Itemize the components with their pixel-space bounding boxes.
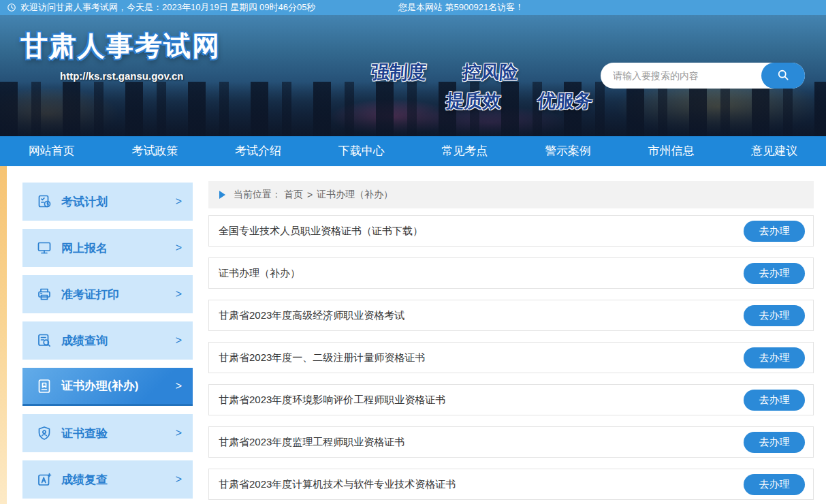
go-handle-button[interactable]: 去办理 bbox=[744, 390, 805, 411]
top-info-bar: 欢迎访问甘肃人事考试网，今天是：2023年10月19日 星期四 09时46分05… bbox=[0, 0, 826, 15]
chevron-right-icon: > bbox=[176, 380, 182, 392]
go-handle-button[interactable]: 去办理 bbox=[744, 347, 805, 368]
a-plus-icon bbox=[36, 471, 52, 488]
chevron-right-icon: > bbox=[176, 427, 182, 439]
service-row-3: 甘肃省2023年度高级经济师职业资格考试去办理 bbox=[208, 300, 814, 331]
site-logo[interactable]: 甘肃人事考试网 http://ks.rst.gansu.gov.cn bbox=[20, 27, 221, 82]
slogan-line-1: 强制度 控风险 bbox=[370, 60, 519, 84]
service-list: 全国专业技术人员职业资格证书（证书下载）去办理证书办理（补办）去办理甘肃省202… bbox=[208, 215, 814, 500]
monitor-icon bbox=[36, 240, 52, 256]
nav-item-5[interactable]: 常见考点 bbox=[413, 136, 517, 166]
site-url: http://ks.rst.gansu.gov.cn bbox=[60, 70, 221, 82]
sidebar-item-4[interactable]: 成绩查询> bbox=[22, 321, 193, 360]
visitor-count-text: 您是本网站 第5900921名访客！ bbox=[398, 1, 524, 14]
go-handle-button[interactable]: 去办理 bbox=[744, 221, 805, 242]
go-handle-button[interactable]: 去办理 bbox=[744, 474, 805, 495]
service-row-5: 甘肃省2023年度环境影响评价工程师职业资格证书去办理 bbox=[208, 384, 814, 415]
chevron-right-icon: > bbox=[176, 288, 182, 300]
go-handle-button[interactable]: 去办理 bbox=[744, 305, 805, 326]
sidebar-item-5[interactable]: 证书办理(补办)> bbox=[22, 368, 193, 406]
search-icon bbox=[776, 68, 790, 84]
chevron-right-icon: > bbox=[176, 242, 182, 254]
printer-icon bbox=[36, 286, 52, 302]
score-search-icon bbox=[36, 332, 52, 349]
welcome-text: 欢迎访问甘肃人事考试网，今天是：2023年10月19日 星期四 09时46分05… bbox=[20, 1, 315, 14]
service-row-7: 甘肃省2023年度计算机技术与软件专业技术资格证书去办理 bbox=[208, 469, 814, 500]
sidebar-item-1[interactable]: 考试计划> bbox=[22, 183, 193, 221]
breadcrumb-arrow-icon bbox=[219, 191, 225, 199]
slogan-line-2: 提质效 优服务 bbox=[445, 89, 594, 113]
go-handle-button[interactable]: 去办理 bbox=[744, 432, 805, 453]
sidebar-item-label: 证书查验 bbox=[61, 426, 176, 441]
sidebar-item-label: 成绩查询 bbox=[61, 333, 176, 349]
sidebar-item-7[interactable]: 成绩复查> bbox=[22, 460, 193, 499]
left-accent-strip bbox=[0, 166, 7, 504]
service-title: 甘肃省2023年度环境影响评价工程师职业资格证书 bbox=[219, 394, 744, 407]
nav-item-4[interactable]: 下载中心 bbox=[310, 136, 413, 166]
main-content: 当前位置： 首页 > 证书办理（补办） 全国专业技术人员职业资格证书（证书下载）… bbox=[208, 181, 814, 504]
service-title: 甘肃省2023年度高级经济师职业资格考试 bbox=[219, 309, 744, 322]
sidebar-item-3[interactable]: 准考证打印> bbox=[22, 275, 193, 313]
breadcrumb-current: 证书办理（补办） bbox=[317, 189, 393, 201]
service-row-6: 甘肃省2023年度监理工程师职业资格证书去办理 bbox=[208, 426, 814, 458]
chevron-right-icon: > bbox=[176, 195, 182, 208]
breadcrumb: 当前位置： 首页 > 证书办理（补办） bbox=[208, 181, 814, 208]
search-button[interactable] bbox=[761, 63, 805, 89]
service-title: 甘肃省2023年度监理工程师职业资格证书 bbox=[219, 436, 744, 449]
sidebar-item-label: 网上报名 bbox=[61, 240, 176, 256]
sidebar-item-label: 成绩复查 bbox=[61, 472, 176, 488]
service-row-2: 证书办理（补办）去办理 bbox=[208, 257, 814, 289]
breadcrumb-separator: > bbox=[307, 189, 313, 200]
breadcrumb-home-link[interactable]: 首页 bbox=[284, 189, 303, 201]
sidebar-item-label: 考试计划 bbox=[61, 194, 176, 210]
site-header: 甘肃人事考试网 http://ks.rst.gansu.gov.cn 强制度 控… bbox=[0, 15, 826, 136]
shield-check-icon bbox=[36, 425, 52, 441]
main-nav: 网站首页考试政策考试介绍下载中心常见考点警示案例市州信息意见建议 bbox=[0, 136, 826, 166]
certificate-icon bbox=[36, 378, 52, 394]
sidebar-item-label: 准考证打印 bbox=[61, 287, 176, 302]
chevron-right-icon: > bbox=[176, 334, 182, 347]
nav-item-6[interactable]: 警示案例 bbox=[516, 136, 620, 166]
exam-plan-icon bbox=[36, 193, 52, 210]
sidebar-item-2[interactable]: 网上报名> bbox=[22, 229, 193, 267]
service-title: 甘肃省2023年度计算机技术与软件专业技术资格证书 bbox=[219, 478, 744, 491]
service-title: 证书办理（补办） bbox=[219, 267, 744, 280]
service-row-1: 全国专业技术人员职业资格证书（证书下载）去办理 bbox=[208, 215, 814, 247]
nav-item-2[interactable]: 考试政策 bbox=[104, 136, 207, 166]
nav-item-1[interactable]: 网站首页 bbox=[0, 136, 104, 166]
page-body: 考试计划>网上报名>准考证打印>成绩查询>证书办理(补办)>证书查验>成绩复查>… bbox=[0, 166, 826, 504]
go-handle-button[interactable]: 去办理 bbox=[744, 263, 805, 284]
nav-item-3[interactable]: 考试介绍 bbox=[206, 136, 310, 166]
search-bar bbox=[601, 63, 805, 89]
city-skyline-decoration bbox=[0, 82, 826, 136]
service-title: 甘肃省2023年度一、二级注册计量师资格证书 bbox=[219, 351, 744, 364]
sidebar-item-6[interactable]: 证书查验> bbox=[22, 414, 193, 452]
nav-item-7[interactable]: 市州信息 bbox=[620, 136, 723, 166]
clock-icon bbox=[7, 3, 16, 12]
nav-item-8[interactable]: 意见建议 bbox=[722, 136, 826, 166]
service-title: 全国专业技术人员职业资格证书（证书下载） bbox=[219, 225, 744, 238]
sidebar-item-label: 证书办理(补办) bbox=[61, 378, 176, 394]
sidebar: 考试计划>网上报名>准考证打印>成绩查询>证书办理(补办)>证书查验>成绩复查> bbox=[22, 183, 193, 504]
site-title: 甘肃人事考试网 bbox=[20, 27, 221, 65]
service-row-4: 甘肃省2023年度一、二级注册计量师资格证书去办理 bbox=[208, 342, 814, 373]
chevron-right-icon: > bbox=[176, 473, 182, 486]
breadcrumb-prefix: 当前位置： bbox=[234, 189, 281, 201]
